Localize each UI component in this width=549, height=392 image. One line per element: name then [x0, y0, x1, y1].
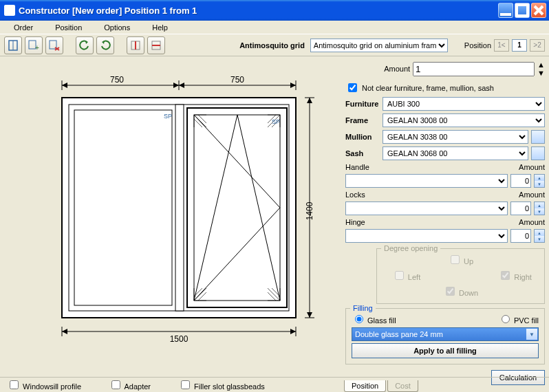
svg-marker-18 [179, 83, 184, 88]
svg-marker-19 [290, 83, 296, 88]
pvc-fill-radio[interactable] [502, 315, 510, 323]
svg-rect-24 [175, 105, 184, 311]
frame-label: Frame [345, 116, 380, 124]
tool-window-icon[interactable] [4, 36, 22, 54]
locks-select[interactable] [345, 202, 508, 215]
hinge-amount-spinner[interactable]: ▲▼ [534, 229, 545, 243]
locks-label: Locks [345, 190, 380, 199]
menu-help[interactable]: Help [141, 22, 179, 33]
position-current[interactable]: 1 [512, 39, 527, 52]
windowsill-checkbox[interactable] [10, 380, 19, 389]
svg-marker-43 [62, 329, 67, 334]
locks-amount-spinner[interactable]: ▲▼ [534, 202, 545, 215]
degree-legend: Degree opening [381, 244, 440, 252]
filler-checkbox[interactable] [181, 380, 190, 389]
minimize-button[interactable] [498, 3, 513, 18]
handle-amount-label: Amount [519, 163, 545, 171]
chevron-down-icon: ▼ [526, 329, 537, 340]
locks-amount-input[interactable] [510, 202, 531, 215]
menu-options[interactable]: Options [93, 22, 141, 33]
degree-opening-group: Degree opening Up Left Right Down [376, 248, 545, 304]
svg-rect-28 [194, 115, 280, 301]
maximize-button[interactable] [515, 3, 530, 18]
svg-rect-0 [500, 13, 511, 16]
svg-marker-44 [290, 329, 296, 334]
amount-spinner[interactable]: ▲▼ [537, 61, 545, 77]
furniture-label: Furniture [345, 100, 380, 108]
handle-label: Handle [345, 163, 380, 171]
hinge-amount-label: Amount [519, 218, 545, 226]
degree-right-checkbox [501, 271, 510, 280]
amount-label: Amount [384, 65, 410, 73]
position-prev-button[interactable]: 1< [494, 39, 509, 52]
tab-cost[interactable]: Cost [387, 380, 418, 392]
handle-amount-input[interactable] [510, 174, 531, 188]
svg-marker-17 [173, 83, 179, 88]
window-title: Constructor [New order] Position 1 from … [19, 6, 498, 16]
tool-add-window-icon[interactable]: + [25, 36, 43, 54]
svg-text:1500: 1500 [170, 334, 189, 344]
amount-input[interactable] [413, 62, 535, 76]
notclear-checkbox[interactable] [348, 83, 357, 92]
svg-text:SP: SP [272, 118, 280, 125]
notclear-label: Not clear furniture, frame, mullion, sas… [362, 84, 494, 92]
handle-amount-spinner[interactable]: ▲▼ [534, 174, 545, 188]
hinge-label: Hinge [345, 218, 380, 226]
tool-delete-window-icon[interactable] [45, 36, 63, 54]
degree-down-checkbox [446, 287, 455, 296]
antimosquito-label: Antimosquito grid [239, 41, 305, 50]
tool-rotate-left-icon[interactable] [76, 36, 94, 54]
toolbar: + Antimosquito grid Antimosquito grid on… [0, 34, 549, 56]
svg-text:SP: SP [164, 113, 172, 120]
sash-color-button[interactable] [531, 146, 545, 160]
svg-text:750: 750 [110, 75, 124, 85]
filling-legend: Filling [350, 304, 376, 312]
bottom-tabs: Position Cost [343, 377, 549, 392]
adapter-checkbox[interactable] [111, 380, 120, 389]
mullion-label: Mullion [345, 133, 380, 141]
drawing-canvas[interactable]: 750 750 SP SP [0, 56, 343, 377]
tool-split-horizontal-icon[interactable] [147, 36, 165, 54]
locks-amount-label: Amount [519, 190, 545, 199]
sash-label: Sash [345, 149, 380, 157]
degree-up-checkbox [451, 255, 460, 264]
svg-text:+: + [35, 44, 39, 52]
handle-select[interactable] [345, 174, 508, 188]
svg-marker-38 [307, 312, 312, 318]
tool-split-vertical-icon[interactable] [127, 36, 144, 54]
furniture-select[interactable]: AUBI 300 [383, 97, 545, 111]
mullion-select[interactable]: GEALAN 3038 00 [383, 130, 528, 144]
svg-marker-37 [307, 98, 312, 103]
menu-order[interactable]: Order [3, 22, 44, 33]
filling-group: Filling Glass fill PVC fill Double glass… [345, 308, 545, 364]
antimosquito-select[interactable]: Antimosquito grid on aluminium frame [310, 39, 448, 52]
menu-position[interactable]: Position [44, 22, 93, 33]
tool-rotate-right-icon[interactable] [96, 36, 114, 54]
titlebar: Constructor [New order] Position 1 from … [0, 0, 549, 21]
svg-rect-1 [517, 5, 528, 16]
svg-rect-25 [74, 110, 172, 305]
position-next-button[interactable]: >2 [530, 39, 545, 52]
position-nav-label: Position [464, 41, 491, 50]
sash-select[interactable]: GEALAN 3068 00 [383, 146, 528, 160]
app-icon [4, 5, 15, 16]
hinge-select[interactable] [345, 229, 508, 243]
apply-to-all-button[interactable]: Apply to all filling [352, 343, 539, 358]
svg-text:1400: 1400 [305, 202, 314, 220]
svg-marker-16 [62, 83, 67, 88]
hinge-amount-input[interactable] [510, 229, 531, 243]
properties-panel: Amount ▲▼ Not clear furniture, frame, mu… [343, 56, 549, 377]
window-drawing: 750 750 SP SP [34, 70, 323, 366]
frame-select[interactable]: GEALAN 3008 00 [383, 113, 545, 127]
degree-left-checkbox [395, 271, 404, 280]
filling-select[interactable]: Double glass pane 24 mm ▼ [352, 327, 539, 341]
svg-text:750: 750 [230, 75, 244, 85]
menubar: Order Position Options Help [0, 21, 549, 34]
bottom-options: Windowsill profile Adapter Filler slot g… [0, 377, 343, 392]
close-button[interactable] [531, 3, 546, 18]
tab-position[interactable]: Position [344, 380, 386, 392]
mullion-color-button[interactable] [531, 130, 545, 144]
glass-fill-radio[interactable] [355, 315, 363, 323]
